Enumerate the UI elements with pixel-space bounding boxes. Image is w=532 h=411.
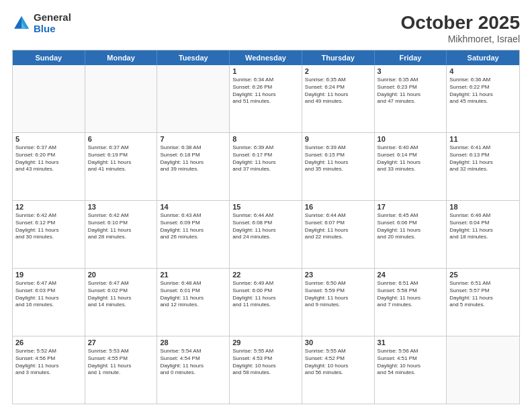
day-number: 22: [232, 271, 299, 279]
day-cell-21: 21Sunrise: 6:48 AM Sunset: 6:01 PM Dayli…: [157, 269, 230, 336]
day-number: 7: [160, 135, 226, 143]
day-number: 25: [449, 271, 517, 279]
day-info: Sunrise: 6:34 AM Sunset: 6:26 PM Dayligh…: [232, 77, 299, 105]
day-number: 1: [232, 67, 299, 75]
day-info: Sunrise: 6:47 AM Sunset: 6:02 PM Dayligh…: [88, 280, 154, 309]
day-info: Sunrise: 5:53 AM Sunset: 4:55 PM Dayligh…: [88, 348, 154, 377]
header-day-saturday: Saturday: [447, 50, 519, 65]
header-day-tuesday: Tuesday: [157, 50, 230, 65]
empty-cell: [85, 65, 158, 132]
day-info: Sunrise: 6:40 AM Sunset: 6:14 PM Dayligh…: [378, 144, 444, 173]
day-number: 8: [232, 135, 299, 143]
day-number: 16: [305, 203, 371, 211]
logo: General Blue: [12, 12, 71, 34]
day-cell-16: 16Sunrise: 6:44 AM Sunset: 6:07 PM Dayli…: [302, 201, 375, 268]
header: General Blue October 2025 Mikhmoret, Isr…: [12, 12, 520, 44]
day-number: 20: [88, 271, 154, 279]
logo-icon: [12, 14, 31, 33]
day-cell-25: 25Sunrise: 6:51 AM Sunset: 5:57 PM Dayli…: [447, 269, 519, 336]
logo-text: General Blue: [34, 12, 71, 34]
day-cell-28: 28Sunrise: 5:54 AM Sunset: 4:54 PM Dayli…: [157, 336, 230, 404]
day-cell-27: 27Sunrise: 5:53 AM Sunset: 4:55 PM Dayli…: [85, 336, 158, 404]
day-number: 3: [378, 67, 444, 75]
day-info: Sunrise: 5:55 AM Sunset: 4:53 PM Dayligh…: [232, 348, 299, 377]
subtitle: Mikhmoret, Israel: [401, 34, 520, 44]
day-info: Sunrise: 6:51 AM Sunset: 5:57 PM Dayligh…: [449, 280, 517, 309]
day-cell-26: 26Sunrise: 5:52 AM Sunset: 4:56 PM Dayli…: [13, 336, 85, 404]
day-info: Sunrise: 6:51 AM Sunset: 5:58 PM Dayligh…: [378, 280, 444, 309]
day-info: Sunrise: 6:37 AM Sunset: 6:19 PM Dayligh…: [88, 144, 154, 173]
empty-cell: [447, 336, 519, 404]
day-number: 17: [378, 203, 444, 211]
calendar-row-2: 5Sunrise: 6:37 AM Sunset: 6:20 PM Daylig…: [13, 132, 519, 200]
day-number: 14: [160, 203, 226, 211]
day-number: 19: [15, 271, 82, 279]
day-number: 11: [449, 135, 517, 143]
day-cell-19: 19Sunrise: 6:47 AM Sunset: 6:03 PM Dayli…: [13, 269, 85, 336]
day-cell-20: 20Sunrise: 6:47 AM Sunset: 6:02 PM Dayli…: [85, 269, 158, 336]
day-info: Sunrise: 6:42 AM Sunset: 6:10 PM Dayligh…: [88, 212, 154, 241]
calendar-body: 1Sunrise: 6:34 AM Sunset: 6:26 PM Daylig…: [13, 65, 519, 404]
day-info: Sunrise: 5:55 AM Sunset: 4:52 PM Dayligh…: [305, 348, 371, 377]
day-cell-5: 5Sunrise: 6:37 AM Sunset: 6:20 PM Daylig…: [13, 133, 85, 200]
day-number: 13: [88, 203, 154, 211]
day-number: 26: [15, 338, 82, 347]
day-number: 15: [232, 203, 299, 211]
calendar-row-5: 26Sunrise: 5:52 AM Sunset: 4:56 PM Dayli…: [13, 336, 519, 404]
day-cell-24: 24Sunrise: 6:51 AM Sunset: 5:58 PM Dayli…: [375, 269, 447, 336]
day-number: 31: [378, 338, 444, 347]
day-info: Sunrise: 6:35 AM Sunset: 6:23 PM Dayligh…: [378, 77, 444, 105]
day-cell-18: 18Sunrise: 6:46 AM Sunset: 6:04 PM Dayli…: [447, 201, 519, 268]
empty-cell: [13, 65, 85, 132]
day-info: Sunrise: 6:37 AM Sunset: 6:20 PM Dayligh…: [15, 144, 82, 173]
day-cell-6: 6Sunrise: 6:37 AM Sunset: 6:19 PM Daylig…: [85, 133, 158, 200]
day-cell-7: 7Sunrise: 6:38 AM Sunset: 6:18 PM Daylig…: [157, 133, 230, 200]
day-cell-23: 23Sunrise: 6:50 AM Sunset: 5:59 PM Dayli…: [302, 269, 375, 336]
day-number: 24: [378, 271, 444, 279]
logo-general-text: General: [34, 12, 71, 24]
header-day-sunday: Sunday: [13, 50, 85, 65]
header-day-monday: Monday: [85, 50, 158, 65]
day-info: Sunrise: 6:42 AM Sunset: 6:12 PM Dayligh…: [15, 212, 82, 241]
day-info: Sunrise: 6:41 AM Sunset: 6:13 PM Dayligh…: [449, 144, 517, 173]
day-cell-30: 30Sunrise: 5:55 AM Sunset: 4:52 PM Dayli…: [302, 336, 375, 404]
day-info: Sunrise: 6:48 AM Sunset: 6:01 PM Dayligh…: [160, 280, 226, 309]
day-info: Sunrise: 6:39 AM Sunset: 6:17 PM Dayligh…: [232, 144, 299, 173]
day-number: 21: [160, 271, 226, 279]
day-number: 2: [305, 67, 371, 75]
day-info: Sunrise: 6:43 AM Sunset: 6:09 PM Dayligh…: [160, 212, 226, 241]
day-cell-8: 8Sunrise: 6:39 AM Sunset: 6:17 PM Daylig…: [230, 133, 302, 200]
month-title: October 2025: [401, 12, 520, 34]
calendar-row-3: 12Sunrise: 6:42 AM Sunset: 6:12 PM Dayli…: [13, 200, 519, 268]
day-info: Sunrise: 6:44 AM Sunset: 6:07 PM Dayligh…: [305, 212, 371, 241]
day-number: 6: [88, 135, 154, 143]
day-cell-31: 31Sunrise: 5:56 AM Sunset: 4:51 PM Dayli…: [375, 336, 447, 404]
logo-blue-text: Blue: [34, 24, 71, 35]
day-cell-14: 14Sunrise: 6:43 AM Sunset: 6:09 PM Dayli…: [157, 201, 230, 268]
day-cell-11: 11Sunrise: 6:41 AM Sunset: 6:13 PM Dayli…: [447, 133, 519, 200]
day-info: Sunrise: 6:39 AM Sunset: 6:15 PM Dayligh…: [305, 144, 371, 173]
day-info: Sunrise: 6:47 AM Sunset: 6:03 PM Dayligh…: [15, 280, 82, 309]
title-area: October 2025 Mikhmoret, Israel: [401, 12, 520, 44]
day-number: 27: [88, 338, 154, 347]
day-info: Sunrise: 6:49 AM Sunset: 6:00 PM Dayligh…: [232, 280, 299, 309]
day-number: 4: [449, 67, 517, 75]
day-cell-1: 1Sunrise: 6:34 AM Sunset: 6:26 PM Daylig…: [230, 65, 302, 132]
header-day-thursday: Thursday: [302, 50, 375, 65]
day-info: Sunrise: 6:45 AM Sunset: 6:06 PM Dayligh…: [378, 212, 444, 241]
day-info: Sunrise: 6:44 AM Sunset: 6:08 PM Dayligh…: [232, 212, 299, 241]
day-cell-10: 10Sunrise: 6:40 AM Sunset: 6:14 PM Dayli…: [375, 133, 447, 200]
day-cell-29: 29Sunrise: 5:55 AM Sunset: 4:53 PM Dayli…: [230, 336, 302, 404]
day-info: Sunrise: 6:36 AM Sunset: 6:22 PM Dayligh…: [449, 77, 517, 105]
day-number: 23: [305, 271, 371, 279]
day-number: 10: [378, 135, 444, 143]
day-number: 18: [449, 203, 517, 211]
calendar-row-1: 1Sunrise: 6:34 AM Sunset: 6:26 PM Daylig…: [13, 65, 519, 132]
empty-cell: [157, 65, 230, 132]
calendar-header: SundayMondayTuesdayWednesdayThursdayFrid…: [13, 50, 519, 65]
day-number: 12: [15, 203, 82, 211]
page: General Blue October 2025 Mikhmoret, Isr…: [0, 0, 532, 411]
day-cell-3: 3Sunrise: 6:35 AM Sunset: 6:23 PM Daylig…: [375, 65, 447, 132]
day-number: 30: [305, 338, 371, 347]
day-number: 5: [15, 135, 82, 143]
